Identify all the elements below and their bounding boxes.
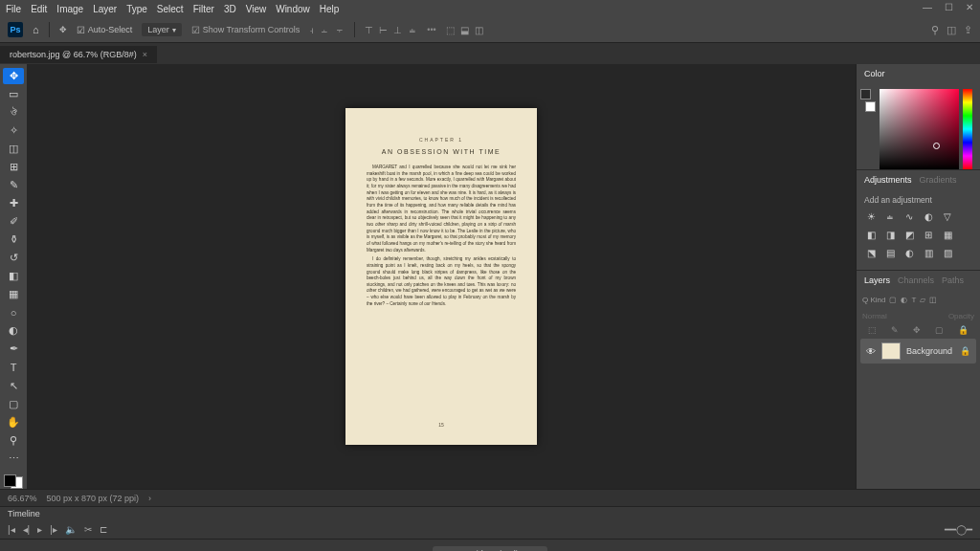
history-tool[interactable]: ↺	[3, 250, 24, 266]
zoom-level[interactable]: 66.67%	[8, 494, 37, 503]
ps-logo-icon[interactable]: Ps	[8, 22, 23, 37]
tab-close-icon[interactable]: ×	[143, 50, 147, 59]
menu-layer[interactable]: Layer	[93, 4, 117, 14]
status-chevron-icon[interactable]: ›	[148, 494, 151, 503]
eyedropper-tool[interactable]: ✎	[3, 177, 24, 193]
adj-hue-icon[interactable]: ◧	[864, 228, 878, 241]
blend-dropdown[interactable]: Normal	[862, 312, 887, 320]
eraser-tool[interactable]: ◧	[3, 268, 24, 284]
edit-toolbar[interactable]: ⋯	[3, 451, 24, 467]
move-tool[interactable]: ✥	[3, 68, 24, 84]
menu-filter[interactable]: Filter	[193, 4, 214, 14]
maximize-icon[interactable]: ☐	[942, 2, 955, 12]
menu-window[interactable]: Window	[276, 4, 310, 14]
tl-cut-icon[interactable]: ✂	[84, 524, 92, 535]
menu-view[interactable]: View	[246, 4, 267, 14]
minimize-icon[interactable]: —	[921, 2, 934, 12]
adj-mixer-icon[interactable]: ⊞	[922, 228, 935, 241]
align-right-icon[interactable]: ⫟	[335, 25, 345, 35]
tl-prev-icon[interactable]: ◂|	[23, 524, 31, 535]
gradient-tool[interactable]: ▦	[3, 286, 24, 302]
blur-tool[interactable]: ○	[3, 304, 24, 320]
adjustments-tab[interactable]: Adjustments	[864, 175, 912, 185]
workspace-icon[interactable]: ◫	[947, 24, 956, 36]
align-bottom-icon[interactable]: ⊥	[393, 25, 402, 35]
filter-type-icon[interactable]: T	[911, 296, 916, 304]
3d-mode2-icon[interactable]: ⬓	[460, 25, 469, 35]
doc-tab[interactable]: robertson.jpg @ 66.7% (RGB/8#) ×	[0, 45, 157, 63]
layer-item[interactable]: 👁 Background 🔒	[860, 339, 976, 364]
crop-tool[interactable]: ◫	[3, 141, 24, 157]
visibility-icon[interactable]: 👁	[866, 346, 876, 357]
align-top-icon[interactable]: ⊤	[365, 25, 373, 35]
frame-tool[interactable]: ⊞	[3, 159, 24, 175]
hand-tool[interactable]: ✋	[3, 414, 24, 430]
paths-tab[interactable]: Paths	[942, 276, 964, 285]
align-left-icon[interactable]: ⫞	[309, 25, 314, 35]
pen-tool[interactable]: ✒	[3, 341, 24, 357]
adj-bw-icon[interactable]: ◨	[883, 228, 897, 241]
transform-check[interactable]: Show Transform Controls	[191, 25, 301, 35]
autoselect-check[interactable]: Auto-Select	[77, 25, 133, 35]
3d-mode3-icon[interactable]: ◫	[475, 25, 483, 35]
tl-play-icon[interactable]: ▸	[37, 524, 42, 535]
menu-help[interactable]: Help	[320, 4, 340, 14]
color-picker[interactable]	[857, 83, 980, 169]
lock-trans-icon[interactable]: ⬚	[868, 325, 877, 335]
adj-photo-icon[interactable]: ◩	[902, 228, 916, 241]
autoselect-dropdown[interactable]: Layer	[142, 23, 182, 36]
adj-brightness-icon[interactable]: ☀	[864, 209, 878, 223]
3d-mode-icon[interactable]: ⬚	[446, 25, 455, 35]
menu-select[interactable]: Select	[157, 4, 184, 14]
tl-first-icon[interactable]: |◂	[8, 524, 15, 535]
adj-post-icon[interactable]: ▤	[883, 246, 897, 259]
adj-sel-icon[interactable]: ▨	[941, 246, 954, 259]
adj-exposure-icon[interactable]: ◐	[922, 209, 935, 223]
marquee-tool[interactable]: ▭	[3, 86, 24, 102]
canvas-area[interactable]: CHAPTER 1 AN OBSESSION WITH TIME MARGARE…	[27, 64, 856, 489]
color-swatch[interactable]	[4, 474, 23, 489]
menu-edit[interactable]: Edit	[31, 4, 47, 14]
lasso-tool[interactable]: ঔ	[3, 104, 24, 121]
tl-trans-icon[interactable]: ⊏	[100, 524, 107, 535]
tl-audio-icon[interactable]: 🔈	[65, 524, 77, 535]
color-tab[interactable]: Color	[864, 69, 885, 78]
adj-invert-icon[interactable]: ⬔	[864, 246, 878, 259]
adj-curves-icon[interactable]: ∿	[902, 209, 916, 223]
lock-art-icon[interactable]: ▢	[935, 325, 944, 335]
lock-pos-icon[interactable]: ✥	[913, 325, 921, 335]
stamp-tool[interactable]: ⚱	[3, 231, 24, 248]
adj-thresh-icon[interactable]: ◐	[902, 246, 916, 259]
layers-tab[interactable]: Layers	[864, 276, 890, 285]
filter-pixel-icon[interactable]: ▢	[889, 296, 897, 304]
dodge-tool[interactable]: ◐	[3, 322, 24, 339]
adj-grad-icon[interactable]: ▥	[922, 246, 935, 259]
lock-all-icon[interactable]: 🔒	[958, 325, 969, 335]
filter-smart-icon[interactable]: ◫	[929, 296, 937, 304]
type-tool[interactable]: T	[3, 360, 24, 376]
adj-levels-icon[interactable]: ⫨	[883, 209, 897, 223]
tl-next-icon[interactable]: |▸	[50, 524, 57, 535]
tl-zoom-icon[interactable]: ━━◯━	[945, 524, 972, 535]
gradients-tab[interactable]: Gradients	[920, 175, 957, 185]
menu-3d[interactable]: 3D	[224, 4, 236, 14]
heal-tool[interactable]: ✚	[3, 195, 24, 211]
align-hcenter-icon[interactable]: ⫠	[320, 25, 329, 35]
more-icon[interactable]: •••	[427, 25, 435, 34]
channels-tab[interactable]: Channels	[898, 276, 934, 285]
search-icon[interactable]: ⚲	[931, 24, 939, 36]
home-icon[interactable]: ⌂	[33, 24, 39, 35]
close-icon[interactable]: ✕	[963, 2, 976, 12]
lock-paint-icon[interactable]: ✎	[891, 325, 899, 335]
wand-tool[interactable]: ✧	[3, 122, 24, 139]
filter-adj-icon[interactable]: ◐	[901, 296, 907, 304]
align-vcenter-icon[interactable]: ⊢	[379, 25, 388, 35]
distribute-icon[interactable]: ⫨	[408, 25, 417, 35]
menu-file[interactable]: File	[6, 4, 21, 14]
shape-tool[interactable]: ▢	[3, 396, 24, 412]
adj-vibrance-icon[interactable]: ▽	[941, 209, 954, 223]
adj-lut-icon[interactable]: ▦	[941, 228, 954, 241]
path-tool[interactable]: ↖	[3, 378, 24, 394]
timeline-header[interactable]: Timeline	[0, 506, 980, 520]
menu-image[interactable]: Image	[56, 4, 83, 14]
